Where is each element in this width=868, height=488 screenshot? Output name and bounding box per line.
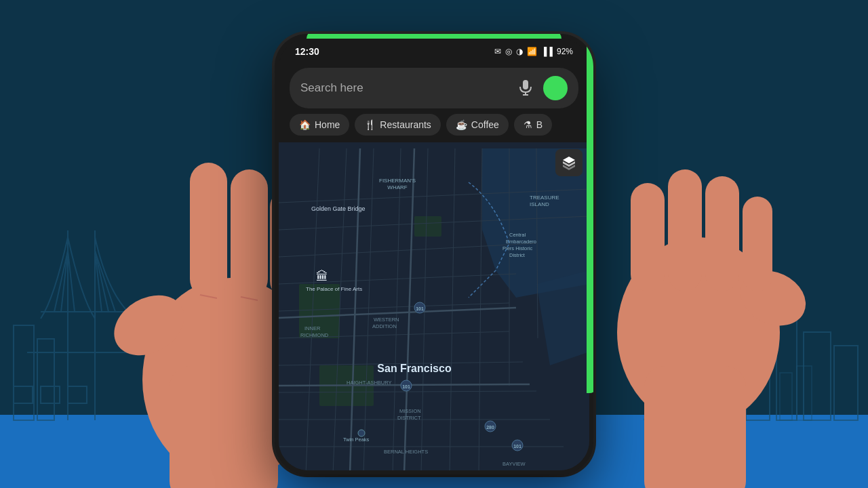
location-icon: ◎ — [505, 47, 512, 56]
chip-restaurants-label: Restaurants — [380, 119, 431, 130]
svg-marker-109 — [563, 157, 575, 163]
battery-text: 92% — [557, 47, 573, 56]
svg-text:HAIGHT-ASHBURY: HAIGHT-ASHBURY — [347, 380, 392, 386]
svg-text:280: 280 — [486, 425, 494, 430]
chip-bar-label: B — [536, 119, 542, 130]
right-hand — [576, 129, 814, 488]
svg-rect-46 — [743, 197, 772, 291]
svg-rect-37 — [170, 366, 278, 488]
svg-rect-43 — [631, 183, 665, 291]
svg-text:Piers Historic: Piers Historic — [502, 245, 532, 251]
svg-text:DISTRICT: DISTRICT — [397, 415, 421, 421]
chips-row: 🏠 Home 🍴 Restaurants ☕ Coffee ⚗ B — [279, 114, 589, 142]
search-placeholder: Search here — [300, 81, 508, 95]
chip-home-label: Home — [315, 119, 340, 130]
map-svg: 101 101 280 101 Golden Gate Bridge 🏛 The… — [279, 142, 589, 470]
svg-text:MISSION: MISSION — [399, 408, 421, 414]
svg-text:BERNAL HEIGHTS: BERNAL HEIGHTS — [384, 449, 428, 455]
status-bar: 12:30 ✉ ◎ ◑ 📶 ▐▐ 92% — [279, 38, 589, 62]
search-bar[interactable]: Search here — [290, 68, 578, 108]
signal-icon: ▐▐ — [541, 47, 553, 56]
svg-text:INNER: INNER — [304, 325, 321, 331]
svg-text:Twin Peaks: Twin Peaks — [343, 436, 370, 443]
chip-restaurants[interactable]: 🍴 Restaurants — [355, 114, 440, 136]
svg-text:101: 101 — [416, 306, 424, 311]
chip-bar[interactable]: ⚗ B — [514, 114, 552, 136]
coffee-icon: ☕ — [456, 119, 467, 130]
restaurants-icon: 🍴 — [364, 119, 376, 130]
chip-home[interactable]: 🏠 Home — [290, 114, 349, 136]
profile-button[interactable] — [543, 76, 568, 100]
moon-icon — [95, 14, 163, 81]
svg-text:Central: Central — [509, 232, 526, 238]
svg-text:WHARF: WHARF — [387, 184, 407, 190]
mic-button[interactable] — [515, 77, 536, 99]
svg-text:WESTERN: WESTERN — [374, 317, 399, 323]
svg-text:Embarcadero: Embarcadero — [506, 239, 536, 245]
svg-rect-48 — [523, 80, 528, 89]
svg-rect-54 — [414, 216, 441, 237]
svg-rect-33 — [190, 163, 227, 298]
svg-text:RICHMOND: RICHMOND — [300, 332, 329, 338]
home-icon: 🏠 — [299, 119, 311, 130]
chip-coffee-label: Coffee — [471, 119, 499, 130]
svg-point-107 — [358, 430, 365, 436]
svg-text:🏛: 🏛 — [316, 269, 328, 283]
wifi-icon: 📶 — [527, 47, 537, 56]
svg-text:FISHERMAN'S: FISHERMAN'S — [379, 178, 416, 184]
brightness-icon: ◑ — [516, 47, 523, 56]
svg-text:The Palace of Fine Arts: The Palace of Fine Arts — [306, 286, 362, 292]
phone: 12:30 ✉ ◎ ◑ 📶 ▐▐ 92% Search here — [275, 34, 593, 474]
phone-body: 12:30 ✉ ◎ ◑ 📶 ▐▐ 92% Search here — [275, 34, 593, 474]
svg-text:ISLAND: ISLAND — [530, 201, 549, 207]
svg-text:District: District — [509, 252, 526, 258]
message-icon: ✉ — [494, 47, 501, 56]
chip-coffee[interactable]: ☕ Coffee — [446, 114, 509, 136]
map-area[interactable]: 101 101 280 101 Golden Gate Bridge 🏛 The… — [279, 142, 589, 470]
svg-text:Golden Gate Bridge: Golden Gate Bridge — [311, 205, 366, 212]
svg-text:San Francisco: San Francisco — [377, 363, 452, 374]
svg-rect-47 — [644, 366, 746, 488]
svg-rect-45 — [705, 176, 739, 291]
svg-text:BAYVIEW: BAYVIEW — [502, 461, 526, 467]
svg-text:TREASURE: TREASURE — [530, 195, 559, 201]
status-time: 12:30 — [295, 46, 319, 57]
svg-text:ADDITION: ADDITION — [372, 323, 397, 329]
phone-screen: 12:30 ✉ ◎ ◑ 📶 ▐▐ 92% Search here — [279, 38, 589, 470]
filter-icon: ⚗ — [524, 119, 532, 130]
svg-text:101: 101 — [402, 384, 410, 389]
svg-text:101: 101 — [513, 444, 521, 449]
svg-rect-34 — [231, 169, 268, 298]
status-icons: ✉ ◎ ◑ 📶 ▐▐ 92% — [494, 47, 573, 56]
svg-rect-44 — [668, 169, 702, 291]
phone-green-edge-top — [307, 34, 561, 39]
